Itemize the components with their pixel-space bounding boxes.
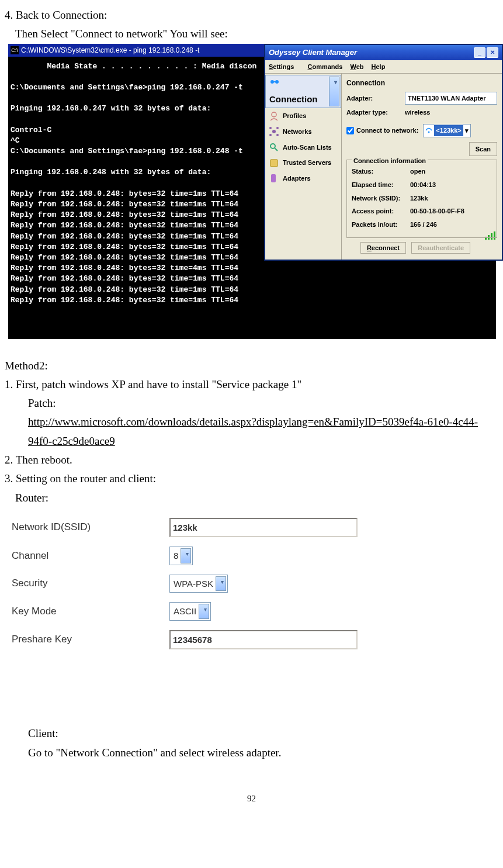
nav-trusted[interactable]: Trusted Servers [265, 155, 341, 171]
nav-connection[interactable]: Connection [265, 75, 341, 108]
networks-icon [269, 126, 279, 137]
wifi-icon [425, 127, 432, 133]
adapter-label: Adapter: [346, 93, 405, 104]
elapsed-label: Elapsed time: [352, 179, 410, 191]
method2-heading: Method2: [5, 357, 498, 375]
step-4-heading: 4. Back to Connection: [5, 6, 498, 25]
client-label: Client: [5, 724, 498, 743]
odyssey-window: Odyssey Client Manager _ ✕ Settings Comm… [264, 44, 503, 261]
reconnect-button[interactable]: Reconnect [360, 242, 406, 254]
nav-adapters[interactable]: Adapters [265, 171, 341, 186]
page-number: 92 [5, 791, 498, 807]
connect-checkbox[interactable] [346, 127, 354, 134]
router-keymode-label: Key Mode [12, 597, 169, 625]
svg-point-4 [272, 130, 276, 133]
patch-label: Patch: [5, 394, 498, 413]
method2-step3: 3. Setting on the router and client: [5, 469, 498, 488]
packets-label: Packets in/out: [352, 219, 410, 230]
svg-rect-12 [271, 174, 276, 182]
router-ssid-input[interactable]: 123kk [169, 518, 358, 538]
client-instruction: Go to "Network Connection" and select wi… [5, 743, 498, 762]
ap-value: 00-50-18-00-0F-F8 [410, 206, 464, 217]
nav-profiles[interactable]: Profiles [265, 108, 341, 124]
adapters-icon [269, 173, 279, 184]
router-ssid-label: Network ID(SSID) [12, 513, 169, 542]
trusted-icon [269, 158, 279, 168]
connection-icon [269, 77, 280, 87]
close-button[interactable]: ✕ [487, 47, 498, 58]
menu-help[interactable]: Help [372, 63, 386, 70]
router-psk-input[interactable]: 12345678 [169, 630, 358, 650]
status-label: Status: [352, 166, 410, 177]
connect-label: Connect to network: [356, 125, 418, 136]
svg-point-8 [276, 134, 279, 136]
router-channel-select[interactable]: 8 [169, 547, 193, 565]
chevron-down-icon: ▾ [465, 125, 469, 136]
reauthenticate-button: Reauthenticate [411, 242, 470, 254]
method2-step2: 2. Then reboot. [5, 451, 498, 469]
svg-point-3 [272, 112, 276, 117]
nav-autoscan[interactable]: Auto-Scan Lists [265, 140, 341, 155]
menu-commands[interactable]: Commands [307, 63, 342, 70]
adapter-dropdown[interactable]: TNET1130 WLAN Adapter [405, 92, 497, 105]
conninfo-title: Connection information [352, 155, 428, 167]
odyssey-content: Connection Adapter:TNET1130 WLAN Adapter… [342, 74, 502, 259]
svg-rect-2 [272, 81, 277, 82]
autoscan-icon [269, 142, 279, 153]
ssid-label: Network (SSID): [352, 193, 410, 204]
cmd-icon: C:\ [11, 46, 19, 54]
connection-heading: Connection [346, 77, 497, 89]
svg-line-10 [275, 148, 277, 151]
method2-step1: 1. First, patch windows XP and have to i… [5, 375, 498, 394]
adapter-type-value: wireless [405, 107, 430, 118]
router-psk-label: Preshare Key [12, 625, 169, 655]
menu-settings[interactable]: Settings [269, 63, 300, 70]
odyssey-sidebar: Connection Profiles Networks Auto-Scan L… [265, 74, 342, 259]
ap-label: Access point: [352, 206, 410, 217]
odyssey-titlebar[interactable]: Odyssey Client Manager _ ✕ [265, 45, 502, 60]
svg-point-13 [428, 132, 430, 133]
step-4-instruction: Then Select "Connect to network" You wil… [5, 25, 498, 43]
menu-web[interactable]: Web [350, 63, 363, 70]
adapter-type-label: Adapter type: [346, 107, 405, 118]
profiles-icon [269, 111, 279, 122]
odyssey-menubar: Settings Commands Web Help [265, 60, 502, 74]
cmd-window: C:\ C:\WINDOWS\System32\cmd.exe - ping 1… [8, 44, 496, 339]
router-security-label: Security [12, 570, 169, 598]
svg-rect-11 [270, 160, 277, 167]
svg-point-6 [276, 127, 279, 129]
network-dropdown[interactable]: <123kk> ▾ [423, 124, 470, 137]
status-value: open [410, 166, 425, 177]
svg-point-7 [269, 134, 272, 136]
router-channel-label: Channel [12, 542, 169, 570]
svg-point-5 [269, 127, 272, 129]
nav-networks[interactable]: Networks [265, 124, 341, 140]
router-label: Router: [5, 489, 498, 507]
ssid-value: 123kk [410, 193, 428, 204]
router-security-select[interactable]: WPA-PSK [169, 575, 228, 593]
router-keymode-select[interactable]: ASCII [169, 602, 211, 621]
scan-button[interactable]: Scan [469, 142, 497, 157]
connection-info-group: Connection information Status:open Elaps… [346, 160, 497, 237]
minimize-button[interactable]: _ [474, 47, 485, 58]
elapsed-value: 00:04:13 [410, 179, 436, 191]
router-settings-panel: Network ID(SSID)123kk Channel8 SecurityW… [12, 513, 498, 655]
svg-point-9 [270, 144, 275, 148]
cmd-title-text: C:\WINDOWS\System32\cmd.exe - ping 192.1… [21, 44, 199, 57]
packets-value: 166 / 246 [410, 219, 437, 230]
patch-link[interactable]: http://www.microsoft.com/downloads/detai… [28, 416, 478, 447]
odyssey-title-text: Odyssey Client Manager [269, 46, 357, 59]
